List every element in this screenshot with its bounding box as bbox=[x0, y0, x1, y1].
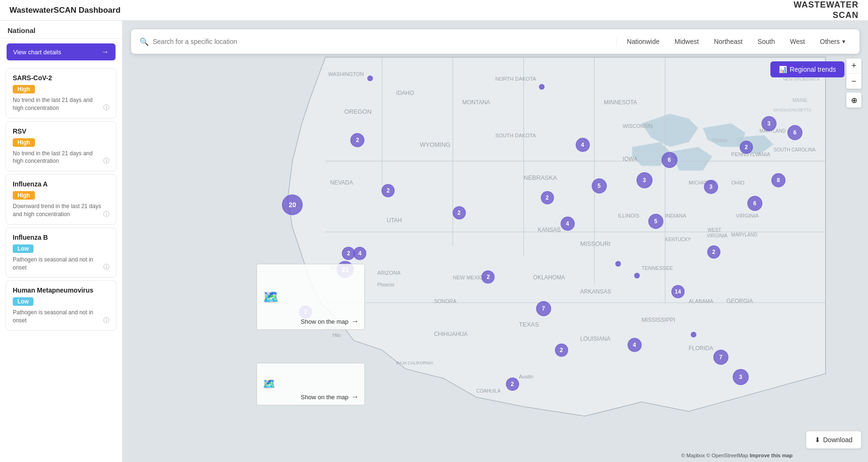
svg-text:BAJA CALIFORNIA: BAJA CALIFORNIA bbox=[396, 361, 433, 365]
pathogen-badge: Low bbox=[13, 244, 33, 253]
cluster-marker-23[interactable]: 7 bbox=[713, 350, 728, 365]
chart-icon: 📊 bbox=[779, 66, 787, 73]
cluster-marker-2[interactable]: 20 bbox=[282, 194, 303, 215]
my-location-button[interactable]: ⊕ bbox=[846, 92, 861, 108]
cluster-marker-22[interactable]: 4 bbox=[628, 338, 642, 352]
svg-text:NEBRASKA: NEBRASKA bbox=[524, 174, 557, 181]
alaska-panel[interactable]: 🗺️ Show on the map → bbox=[256, 264, 365, 330]
tab-west[interactable]: West bbox=[783, 35, 811, 48]
cluster-marker-15[interactable]: 7 bbox=[536, 301, 551, 316]
cluster-marker-5[interactable] bbox=[539, 84, 545, 90]
svg-text:WEST: WEST bbox=[708, 227, 721, 233]
svg-text:MASSACHUSETTS: MASSACHUSETTS bbox=[774, 108, 811, 112]
svg-text:IDAHO: IDAHO bbox=[396, 90, 414, 96]
arrow-icon: → bbox=[101, 48, 109, 56]
info-icon[interactable]: ⓘ bbox=[103, 263, 109, 271]
view-chart-button[interactable]: View chart details → bbox=[7, 43, 116, 60]
cluster-marker-16[interactable]: 2 bbox=[555, 344, 568, 357]
cluster-marker-31[interactable]: 3 bbox=[761, 116, 777, 131]
app-header: WastewaterSCAN Dashboard WASTEWATER SCAN bbox=[0, 0, 868, 21]
svg-text:OKLAHOMA: OKLAHOMA bbox=[533, 274, 565, 281]
map-background: OREGON NEVADA UTAH ARIZONA IDAHO WYOMING… bbox=[123, 21, 868, 462]
pathogen-card-4: Human Metapneumovirus Low Pathogen is se… bbox=[6, 280, 116, 331]
search-box[interactable]: 🔍 bbox=[134, 37, 617, 46]
svg-text:WASHINGTON: WASHINGTON bbox=[328, 71, 364, 77]
svg-text:NEW BRUNSWICK: NEW BRUNSWICK bbox=[783, 77, 820, 82]
search-input[interactable] bbox=[153, 38, 611, 45]
svg-text:SOUTH DAKOTA: SOUTH DAKOTA bbox=[496, 133, 537, 138]
svg-text:OREGON: OREGON bbox=[344, 108, 372, 115]
download-button[interactable]: ⬇ Download bbox=[806, 431, 861, 449]
svg-text:GEORGIA: GEORGIA bbox=[727, 298, 753, 304]
cluster-marker-6[interactable]: 2 bbox=[541, 191, 554, 204]
map-zoom-controls: + − bbox=[846, 59, 861, 89]
svg-text:MINNESOTA: MINNESOTA bbox=[604, 99, 637, 106]
pathogen-name: RSV bbox=[13, 127, 109, 135]
svg-text:SOUTH CAROLINA: SOUTH CAROLINA bbox=[774, 147, 816, 152]
cluster-marker-33[interactable]: 8 bbox=[771, 173, 785, 187]
cluster-marker-21[interactable]: 14 bbox=[671, 285, 685, 298]
svg-text:KANSAS: KANSAS bbox=[538, 227, 561, 233]
info-icon[interactable]: ⓘ bbox=[103, 157, 109, 165]
cluster-marker-20[interactable] bbox=[634, 273, 640, 278]
pathogen-cards-container: SARS-CoV-2 High No trend in the last 21 … bbox=[0, 65, 122, 334]
tab-midwest[interactable]: Midwest bbox=[668, 35, 705, 48]
tab-others[interactable]: Others ▼ bbox=[813, 35, 853, 48]
cluster-marker-28[interactable]: 6 bbox=[661, 152, 678, 168]
cluster-marker-12[interactable]: 5 bbox=[592, 178, 607, 193]
tab-nationwide[interactable]: Nationwide bbox=[620, 35, 666, 48]
svg-text:OHIO: OHIO bbox=[731, 180, 745, 185]
pathogen-card-0: SARS-CoV-2 High No trend in the last 21 … bbox=[6, 68, 116, 118]
cluster-marker-17[interactable]: 2 bbox=[506, 378, 519, 391]
info-icon[interactable]: ⓘ bbox=[103, 210, 109, 218]
pathogen-description: Pathogen is seasonal and not in onset ⓘ bbox=[13, 309, 109, 325]
zoom-in-button[interactable]: + bbox=[846, 59, 861, 74]
cluster-marker-14[interactable]: 2 bbox=[481, 270, 495, 284]
cluster-marker-34[interactable]: 3 bbox=[733, 369, 749, 385]
cluster-marker-30[interactable]: 2 bbox=[740, 141, 753, 154]
pathogen-name: SARS-CoV-2 bbox=[13, 74, 109, 82]
svg-text:KENTUCKY: KENTUCKY bbox=[665, 237, 691, 243]
svg-text:WISCONSIN: WISCONSIN bbox=[623, 123, 653, 129]
svg-text:MARYLAND: MARYLAND bbox=[731, 232, 757, 237]
cluster-marker-13[interactable]: 4 bbox=[561, 217, 575, 231]
tab-south[interactable]: South bbox=[751, 35, 782, 48]
svg-text:MONTANA: MONTANA bbox=[462, 99, 490, 106]
arrow-right-icon: → bbox=[351, 393, 359, 401]
zoom-out-button[interactable]: − bbox=[846, 74, 861, 89]
pathogen-name: Influenza A bbox=[13, 180, 109, 188]
cluster-marker-11[interactable]: 4 bbox=[576, 138, 590, 152]
map-container: OREGON NEVADA UTAH ARIZONA IDAHO WYOMING… bbox=[123, 21, 868, 462]
svg-text:NORTH DAKOTA: NORTH DAKOTA bbox=[496, 76, 537, 82]
cluster-marker-3[interactable]: 2 bbox=[381, 184, 395, 197]
cluster-marker-18[interactable]: 3 bbox=[637, 172, 653, 188]
cluster-marker-27[interactable]: 6 bbox=[747, 196, 762, 211]
cluster-marker-29[interactable]: 5 bbox=[648, 214, 663, 229]
tab-northeast[interactable]: Northeast bbox=[707, 35, 749, 48]
sidebar: National View chart details → SARS-CoV-2… bbox=[0, 21, 123, 462]
cluster-marker-19[interactable] bbox=[615, 261, 621, 267]
pathogen-card-3: Influenza B Low Pathogen is seasonal and… bbox=[6, 227, 116, 278]
cluster-marker-32[interactable]: 6 bbox=[787, 125, 802, 140]
cluster-marker-4[interactable]: 2 bbox=[453, 206, 466, 219]
view-chart-label: View chart details bbox=[13, 49, 61, 56]
info-icon[interactable]: ⓘ bbox=[103, 316, 109, 325]
info-icon[interactable]: ⓘ bbox=[103, 103, 109, 112]
pathogen-name: Human Metapneumovirus bbox=[13, 286, 109, 294]
nav-tabs: Nationwide Midwest Northeast South West … bbox=[617, 35, 857, 48]
svg-text:TENNESSEE: TENNESSEE bbox=[642, 265, 673, 271]
cluster-marker-25[interactable]: 3 bbox=[704, 180, 718, 194]
map-attribution: © Mapbox © OpenStreetMap Improve this ma… bbox=[681, 453, 793, 458]
regional-trends-button[interactable]: 📊 Regional trends bbox=[770, 61, 844, 77]
cluster-marker-26[interactable]: 2 bbox=[707, 245, 720, 259]
hawaii-show-map-label: Show on the map → bbox=[301, 393, 359, 401]
sidebar-section-title: National bbox=[0, 21, 122, 39]
cluster-marker-8[interactable]: 4 bbox=[353, 247, 366, 260]
svg-text:Phoenix: Phoenix bbox=[377, 282, 394, 287]
svg-text:INDIANA: INDIANA bbox=[665, 213, 686, 218]
cluster-marker-24[interactable] bbox=[691, 332, 696, 337]
search-icon: 🔍 bbox=[140, 37, 149, 46]
cluster-marker-0[interactable] bbox=[367, 76, 373, 81]
hawaii-panel[interactable]: 🗺️ Show on the map → bbox=[256, 363, 365, 405]
cluster-marker-1[interactable]: 2 bbox=[350, 133, 364, 147]
